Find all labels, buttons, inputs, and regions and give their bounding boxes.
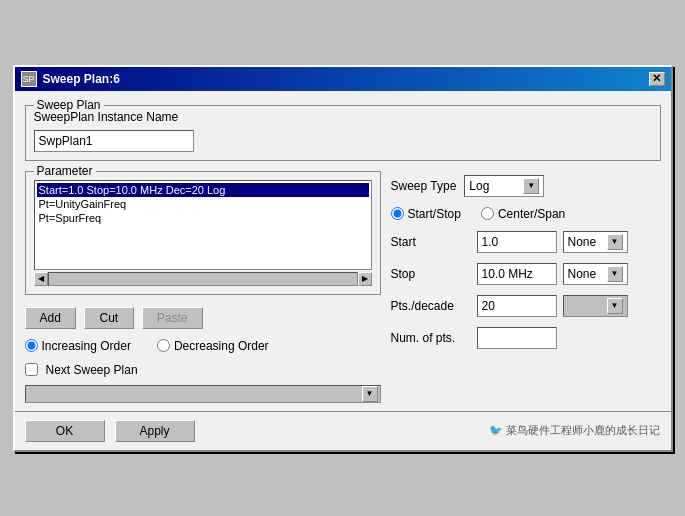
param-item-0[interactable]: Start=1.0 Stop=10.0 MHz Dec=20 Log <box>37 183 369 197</box>
next-sweep-label: Next Sweep Plan <box>46 363 138 377</box>
centerspan-radio-group: Center/Span <box>481 207 565 221</box>
start-row: Start None ▼ <box>391 231 661 253</box>
paste-button[interactable]: Paste <box>142 307 203 329</box>
sweep-plan-dialog: SP Sweep Plan:6 ✕ Sweep Plan SweepPlan I… <box>13 65 673 452</box>
dialog-body: Sweep Plan SweepPlan Instance Name Param… <box>15 91 671 411</box>
increasing-order-label: Increasing Order <box>42 339 131 353</box>
num-pts-row: Num. of pts. <box>391 327 661 349</box>
sweep-plan-group-label: Sweep Plan <box>34 98 104 112</box>
sweep-type-value: Log <box>469 179 489 193</box>
cut-button[interactable]: Cut <box>84 307 134 329</box>
num-pts-label: Num. of pts. <box>391 331 471 345</box>
pts-decade-label: Pts./decade <box>391 299 471 313</box>
param-item-2[interactable]: Pt=SpurFreq <box>37 211 369 225</box>
scroll-track[interactable] <box>48 272 358 286</box>
scroll-left-btn[interactable]: ◀ <box>34 272 48 286</box>
startstop-radio-group: Start/Stop <box>391 207 461 221</box>
next-sweep-checkbox[interactable] <box>25 363 38 376</box>
parameter-list-content: Start=1.0 Stop=10.0 MHz Dec=20 Log Pt=Un… <box>37 183 369 225</box>
stop-unit-arrow[interactable]: ▼ <box>607 266 623 282</box>
sweep-type-label: Sweep Type <box>391 179 457 193</box>
instance-name-label: SweepPlan Instance Name <box>34 110 652 124</box>
parameter-list[interactable]: Start=1.0 Stop=10.0 MHz Dec=20 Log Pt=Un… <box>34 180 372 270</box>
instance-name-input[interactable] <box>34 130 194 152</box>
stop-label: Stop <box>391 267 471 281</box>
num-pts-input[interactable] <box>477 327 557 349</box>
start-value-input[interactable] <box>477 231 557 253</box>
ok-button[interactable]: OK <box>25 420 105 442</box>
stop-unit-value: None <box>568 267 597 281</box>
param-buttons: Add Cut Paste <box>25 307 381 329</box>
parameter-group-label: Parameter <box>34 164 96 178</box>
bottom-buttons: OK Apply 🐦 菜鸟硬件工程师小鹿的成长日记 <box>15 411 671 450</box>
add-button[interactable]: Add <box>25 307 76 329</box>
centerspan-radio-label: Center/Span <box>498 207 565 221</box>
decreasing-order-label: Decreasing Order <box>174 339 269 353</box>
title-bar-left: SP Sweep Plan:6 <box>21 71 120 87</box>
sweep-type-row: Sweep Type Log ▼ <box>391 175 661 197</box>
order-radio-row: Increasing Order Decreasing Order <box>25 339 381 353</box>
dialog-icon: SP <box>21 71 37 87</box>
apply-button[interactable]: Apply <box>115 420 195 442</box>
decreasing-order-radio[interactable] <box>157 339 170 352</box>
centerspan-radio[interactable] <box>481 207 494 220</box>
dialog-title: Sweep Plan:6 <box>43 72 120 86</box>
stop-unit-select[interactable]: None ▼ <box>563 263 628 285</box>
start-unit-select[interactable]: None ▼ <box>563 231 628 253</box>
right-panel: Sweep Type Log ▼ Start/Stop Center/Span <box>391 171 661 403</box>
startstop-radio-label: Start/Stop <box>408 207 461 221</box>
parameter-group: Parameter Start=1.0 Stop=10.0 MHz Dec=20… <box>25 171 381 295</box>
pts-decade-unit-select[interactable]: ▼ <box>563 295 628 317</box>
next-sweep-dropdown[interactable]: ▼ <box>25 385 381 403</box>
start-label: Start <box>391 235 471 249</box>
pts-decade-row: Pts./decade ▼ <box>391 295 661 317</box>
startstop-row: Start/Stop Center/Span <box>391 207 661 221</box>
next-sweep-row: Next Sweep Plan <box>25 363 381 377</box>
left-panel: Parameter Start=1.0 Stop=10.0 MHz Dec=20… <box>25 171 381 403</box>
pts-decade-input[interactable] <box>477 295 557 317</box>
increasing-order-group: Increasing Order <box>25 339 131 353</box>
decreasing-order-group: Decreasing Order <box>157 339 269 353</box>
sweep-type-select[interactable]: Log ▼ <box>464 175 544 197</box>
title-bar: SP Sweep Plan:6 ✕ <box>15 67 671 91</box>
scrollbar-area: ◀ ▶ <box>34 272 372 286</box>
increasing-order-radio[interactable] <box>25 339 38 352</box>
stop-row: Stop None ▼ <box>391 263 661 285</box>
close-button[interactable]: ✕ <box>649 72 665 86</box>
sweep-plan-group: Sweep Plan SweepPlan Instance Name <box>25 105 661 161</box>
start-unit-value: None <box>568 235 597 249</box>
sweep-type-dropdown-arrow[interactable]: ▼ <box>523 178 539 194</box>
param-item-1[interactable]: Pt=UnityGainFreq <box>37 197 369 211</box>
next-sweep-dropdown-arrow[interactable]: ▼ <box>362 386 378 402</box>
watermark-text: 🐦 菜鸟硬件工程师小鹿的成长日记 <box>489 423 660 438</box>
scroll-right-btn[interactable]: ▶ <box>358 272 372 286</box>
stop-value-input[interactable] <box>477 263 557 285</box>
pts-decade-unit-arrow[interactable]: ▼ <box>607 298 623 314</box>
main-content: Parameter Start=1.0 Stop=10.0 MHz Dec=20… <box>25 171 661 403</box>
start-unit-arrow[interactable]: ▼ <box>607 234 623 250</box>
sweep-plan-section: SweepPlan Instance Name <box>34 110 652 152</box>
startstop-radio[interactable] <box>391 207 404 220</box>
